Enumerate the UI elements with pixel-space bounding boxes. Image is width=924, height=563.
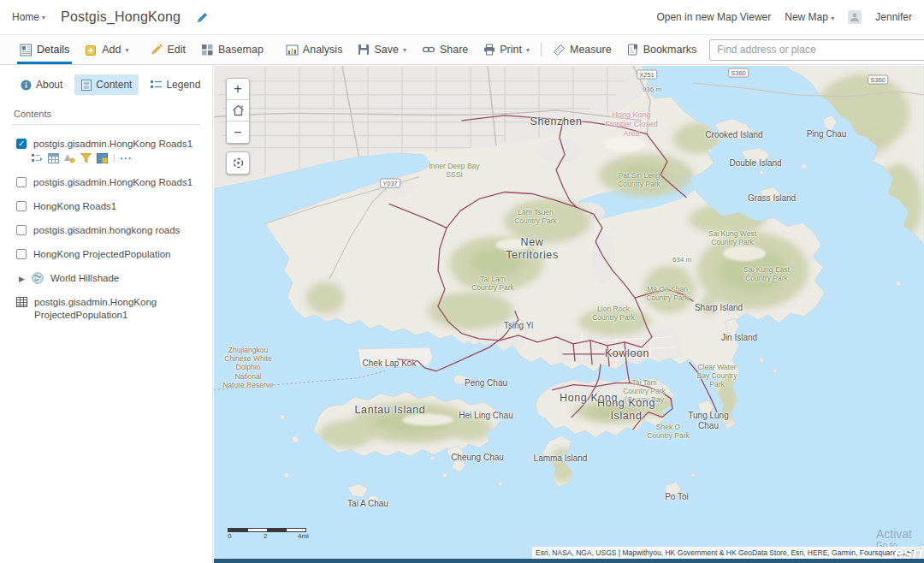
globe-icon <box>32 272 44 284</box>
layer-tools: | ··· <box>0 151 212 169</box>
basemap-button[interactable]: Basemap <box>193 35 271 64</box>
zoom-out-button[interactable]: − <box>227 121 249 143</box>
tab-legend[interactable]: Legend <box>144 74 207 95</box>
measure-icon <box>553 44 566 56</box>
basemap <box>214 66 924 563</box>
layer-checkbox[interactable] <box>16 177 27 187</box>
print-icon <box>483 44 495 56</box>
tab-about[interactable]: About <box>14 74 69 95</box>
chevron-down-icon: ▾ <box>526 46 530 54</box>
details-button[interactable]: Details <box>12 35 77 64</box>
print-button[interactable]: Print▾ <box>476 35 537 64</box>
add-layer-icon <box>85 44 98 56</box>
layer-row[interactable]: postgis.gisadmin.HongKong Roads1 <box>0 169 212 193</box>
details-icon <box>20 44 33 56</box>
perform-analysis-icon[interactable] <box>97 153 108 163</box>
home-menu[interactable]: Home▾ <box>12 11 45 23</box>
layer-row-table[interactable]: postgis.gisadmin.HongKong ProjectedPopul… <box>0 288 212 325</box>
legend-list-icon <box>151 80 162 90</box>
bottom-strip <box>214 559 924 563</box>
more-options-button[interactable]: ··· <box>121 153 133 163</box>
layer-checkbox[interactable] <box>16 249 27 259</box>
change-style-icon[interactable] <box>64 153 75 163</box>
layer-row[interactable]: HongKong Roads1 <box>0 193 212 216</box>
tab-content[interactable]: Content <box>74 74 139 95</box>
share-button[interactable]: Share <box>414 35 476 64</box>
filter-icon[interactable] <box>80 153 92 163</box>
esri-logo: esri <box>894 542 922 563</box>
share-link-icon <box>422 44 435 55</box>
layer-checkbox[interactable] <box>16 201 27 211</box>
chevron-down-icon: ▾ <box>125 46 128 54</box>
divider: | <box>113 153 116 163</box>
zoom-controls: + − <box>226 78 250 144</box>
show-legend-icon[interactable] <box>32 153 43 163</box>
chevron-down-icon: ▾ <box>403 46 406 54</box>
sidebar: About Content Legend ◄ Contents postgis <box>0 66 213 563</box>
map-canvas[interactable]: ShenzhenHong Kong Frontier Closed Area93… <box>214 66 924 563</box>
show-table-icon[interactable] <box>48 153 59 163</box>
map-attribution: Esri, NASA, NGA, USGS | Mapwithyou, HK G… <box>532 547 924 559</box>
bookmarks-icon <box>627 44 639 56</box>
chevron-down-icon: ▾ <box>831 15 834 22</box>
home-icon <box>232 104 245 116</box>
analysis-icon <box>286 44 299 56</box>
edit-button[interactable]: Edit <box>143 35 193 64</box>
home-extent-button[interactable] <box>227 100 249 121</box>
locate-crosshair-icon <box>231 156 246 170</box>
save-icon <box>358 44 370 56</box>
chevron-down-icon: ▾ <box>42 14 45 21</box>
layer-checkbox[interactable] <box>16 139 27 149</box>
toolbar: Details Add▾ Edit Basemap Analysis <box>0 34 924 65</box>
layer-row[interactable]: postgis.gisadmin.HongKong Roads1 <box>0 130 212 151</box>
divider <box>541 43 542 56</box>
content-icon <box>81 80 92 91</box>
table-grid-icon <box>16 297 27 307</box>
open-new-map-viewer-link[interactable]: Open in new Map Viewer <box>656 11 771 23</box>
save-button[interactable]: Save▾ <box>350 35 414 64</box>
scale-bar: 0 2 4mi <box>228 528 306 541</box>
page-title: Postgis_HongKong <box>61 9 181 25</box>
add-button[interactable]: Add▾ <box>77 35 136 64</box>
basemap-grid-icon <box>201 44 214 56</box>
bookmarks-button[interactable]: Bookmarks <box>619 35 705 64</box>
header: Home▾ Postgis_HongKong Open in new Map V… <box>0 0 924 34</box>
layer-row-world-hillshade[interactable]: ▶ World Hillshade <box>0 264 212 288</box>
layer-row[interactable]: HongKong ProjectedPopulation <box>0 240 212 264</box>
about-info-icon <box>21 80 32 91</box>
layer-checkbox[interactable] <box>16 225 27 235</box>
locate-button[interactable] <box>226 151 250 175</box>
layer-list: postgis.gisadmin.HongKong Roads1 <box>0 125 212 325</box>
arcgis-map-viewer: Home▾ Postgis_HongKong Open in new Map V… <box>0 0 924 563</box>
avatar <box>848 10 862 24</box>
edit-title-icon[interactable] <box>196 11 209 24</box>
contents-heading: Contents <box>0 102 212 124</box>
search-input[interactable] <box>709 39 924 61</box>
expand-arrow-icon[interactable]: ▶ <box>19 275 25 283</box>
measure-button[interactable]: Measure <box>545 35 619 64</box>
new-map-menu[interactable]: New Map ▾ <box>785 11 834 23</box>
zoom-in-button[interactable]: + <box>227 79 249 100</box>
edit-pencil-icon <box>151 44 163 56</box>
user-menu[interactable]: Jennifer <box>875 11 912 23</box>
layer-row[interactable]: postgis.gisadmin.hongkong roads <box>0 216 212 240</box>
analysis-button[interactable]: Analysis <box>278 35 351 64</box>
